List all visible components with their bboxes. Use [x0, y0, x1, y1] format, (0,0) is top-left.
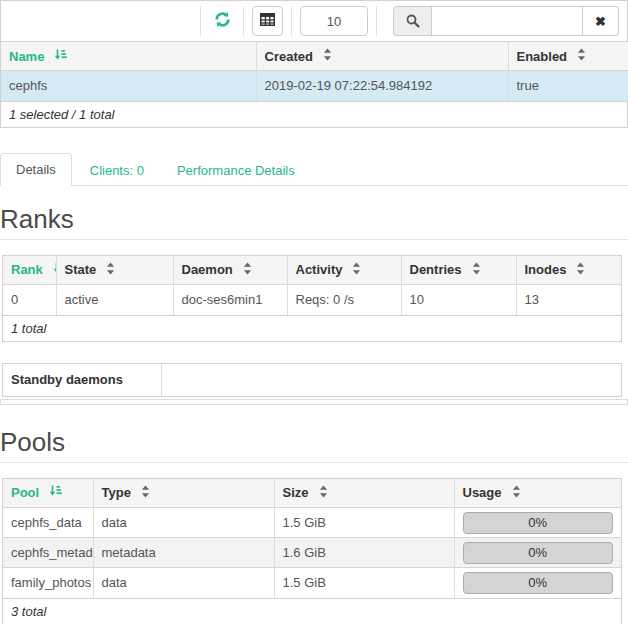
cell-pool: cephfs_data [3, 508, 93, 538]
cell-enabled: true [508, 71, 628, 101]
cell-usage: 0% [454, 508, 621, 538]
sort-both-icon [512, 485, 521, 501]
refresh-icon [214, 11, 231, 31]
details-tab-bar: Details Clients: 0 Performance Details [0, 153, 628, 186]
usage-progress-bar: 0% [463, 572, 614, 594]
column-header-pool[interactable]: Pool [3, 479, 93, 508]
standby-daemons-table: Standby daemons [2, 363, 622, 397]
cell-dentries: 10 [401, 285, 516, 315]
search-input[interactable] [431, 6, 583, 36]
sort-both-icon [577, 48, 586, 64]
standby-daemons-label: Standby daemons [3, 364, 161, 396]
filesystem-table-footer: 1 selected / 1 total [1, 101, 627, 127]
pool-row[interactable]: cephfs_data data 1.5 GiB 0% [3, 508, 621, 538]
column-header-daemon[interactable]: Daemon [173, 256, 287, 285]
column-header-inodes[interactable]: Inodes [516, 256, 621, 285]
page-size-input[interactable] [300, 6, 368, 36]
cell-inodes: 13 [516, 285, 621, 315]
sort-both-icon [141, 485, 150, 501]
tab-details[interactable]: Details [0, 153, 72, 186]
pools-table-footer: 3 total [3, 598, 621, 624]
sort-both-icon [576, 262, 585, 278]
usage-progress-bar: 0% [463, 542, 614, 564]
sort-both-icon [243, 262, 252, 278]
cell-daemon: doc-ses6min1 [173, 285, 287, 315]
sort-both-icon [106, 262, 115, 278]
column-header-type[interactable]: Type [93, 479, 274, 508]
rank-row[interactable]: 0 active doc-ses6min1 Reqs: 0 /s 10 13 [3, 285, 621, 315]
cell-pool: cephfs_metadata [3, 538, 93, 568]
pool-row[interactable]: family_photos data 1.5 GiB 0% [3, 568, 621, 598]
column-header-activity[interactable]: Activity [287, 256, 401, 285]
toolbar-divider [243, 6, 244, 36]
ranks-heading: Ranks [0, 206, 628, 240]
column-header-rank[interactable]: Rank [3, 256, 56, 285]
column-header-created[interactable]: Created [256, 42, 508, 71]
toolbar-divider [200, 6, 201, 36]
column-header-dentries[interactable]: Dentries [401, 256, 516, 285]
refresh-button[interactable] [209, 6, 235, 36]
standby-daemons-value [161, 364, 621, 396]
cell-size: 1.5 GiB [274, 568, 454, 598]
sort-both-icon [323, 48, 332, 64]
column-visibility-button[interactable] [252, 6, 283, 36]
pool-row[interactable]: cephfs_metadata metadata 1.6 GiB 0% [3, 538, 621, 568]
column-header-usage[interactable]: Usage [454, 479, 621, 508]
ranks-datatable: Rank State [2, 255, 622, 342]
sort-both-icon [319, 485, 328, 501]
cell-activity: Reqs: 0 /s [287, 285, 401, 315]
filesystem-datatable: ✖ Name [0, 0, 628, 128]
ranks-table-footer: 1 total [3, 315, 621, 341]
cell-rank: 0 [3, 285, 56, 315]
cell-size: 1.5 GiB [274, 508, 454, 538]
column-header-size[interactable]: Size [274, 479, 454, 508]
column-header-state[interactable]: State [56, 256, 173, 285]
sort-both-icon [352, 262, 361, 278]
datatable-toolbar: ✖ [1, 1, 627, 41]
column-header-enabled[interactable]: Enabled [508, 42, 628, 71]
cell-type: data [93, 568, 274, 598]
sort-amount-asc-icon [49, 485, 62, 500]
pools-heading: Pools [0, 429, 628, 463]
filesystem-table: Name Cr [1, 41, 628, 101]
tab-performance-details[interactable]: Performance Details [162, 155, 310, 186]
toolbar-divider [376, 6, 377, 36]
toolbar-divider [291, 6, 292, 36]
cell-usage: 0% [454, 538, 621, 568]
table-icon [260, 13, 275, 29]
search-group: ✖ [393, 6, 619, 36]
column-header-name[interactable]: Name [1, 42, 256, 71]
tab-clients[interactable]: Clients: 0 [75, 155, 159, 186]
usage-progress-bar: 0% [463, 512, 614, 534]
cell-name: cephfs [1, 71, 256, 101]
cell-size: 1.6 GiB [274, 538, 454, 568]
empty-strip [0, 399, 628, 405]
cell-pool: family_photos [3, 568, 93, 598]
cell-type: metadata [93, 538, 274, 568]
clear-search-button[interactable]: ✖ [583, 6, 619, 36]
cell-state: active [56, 285, 173, 315]
cell-type: data [93, 508, 274, 538]
magnifier-icon [393, 6, 431, 36]
sort-amount-asc-icon [54, 49, 67, 64]
cell-created: 2019-02-19 07:22:54.984192 [256, 71, 508, 101]
cell-usage: 0% [454, 568, 621, 598]
filesystem-row-cephfs[interactable]: cephfs 2019-02-19 07:22:54.984192 true [1, 71, 628, 101]
pools-datatable: Pool Type [2, 478, 622, 624]
sort-both-icon [472, 262, 481, 278]
